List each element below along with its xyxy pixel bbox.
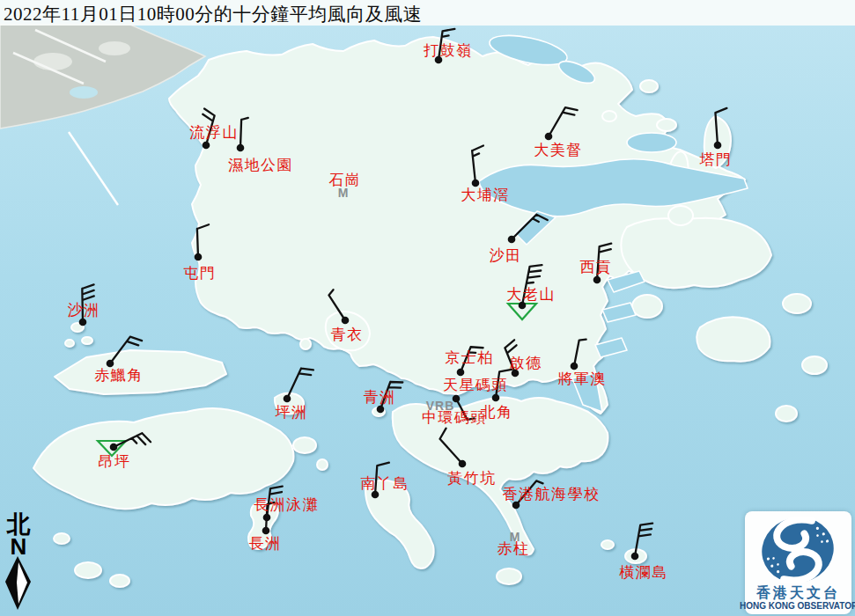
wind-barb — [203, 109, 214, 145]
station-symbols-layer — [0, 0, 855, 616]
station-dot — [714, 142, 722, 150]
wind-barb — [375, 463, 389, 495]
wind-barb — [197, 224, 209, 257]
station-dot — [453, 395, 461, 403]
wind-barb — [380, 382, 402, 409]
station-dot — [492, 394, 500, 402]
station-dot — [284, 395, 291, 403]
station-dot — [512, 370, 520, 378]
station-dot — [571, 363, 579, 370]
station-dot — [545, 133, 553, 141]
wind-barb — [456, 399, 475, 420]
station-dot — [195, 253, 203, 261]
station-dot — [435, 56, 443, 64]
title-bar: 2022年11月01日10時00分的十分鐘平均風向及風速 — [0, 0, 855, 26]
station-dot — [79, 319, 87, 326]
wind-barb — [549, 107, 578, 136]
hko-emblem-icon — [745, 511, 851, 587]
station-dot — [262, 527, 270, 535]
station-dot — [342, 317, 350, 325]
wind-map-app: 打鼓嶺流浮山濕地公園大美督塔門石崗M大埔滘沙田屯門西貢沙洲大老山青衣赤鱲角京士柏… — [0, 0, 855, 616]
station-dot — [457, 369, 465, 377]
station-dot — [593, 276, 601, 284]
wind-barb — [574, 340, 586, 366]
wind-barb — [472, 146, 483, 183]
station-dot — [107, 360, 114, 368]
wind-barb — [496, 370, 512, 398]
wind-barb — [505, 340, 516, 373]
wind-barb — [597, 244, 611, 280]
hko-name-english: HONG KONG OBSERVATORY — [740, 602, 855, 611]
station-dot — [459, 460, 467, 468]
map-title: 2022年11月01日10時00分的十分鐘平均風向及風速 — [4, 2, 422, 26]
station-dot — [512, 502, 520, 510]
wind-barb — [110, 337, 142, 363]
wind-barb — [516, 480, 543, 505]
wind-barb — [439, 29, 454, 60]
station-dot — [203, 142, 210, 150]
wind-barb — [512, 215, 548, 239]
wind-barb — [715, 108, 726, 145]
compass: 北 N — [2, 512, 35, 614]
station-dot — [237, 144, 245, 152]
station-dot — [631, 553, 639, 561]
wind-barb — [328, 290, 345, 320]
station-dot — [110, 444, 118, 451]
wind-barb — [240, 118, 248, 148]
north-label-n: N — [2, 537, 35, 556]
station-dot — [377, 406, 385, 414]
station-dot — [472, 180, 480, 187]
wind-barb — [440, 429, 462, 464]
north-arrow-icon — [4, 556, 33, 611]
station-dot — [372, 491, 380, 499]
station-dot — [508, 236, 516, 244]
station-dot — [519, 302, 527, 310]
wind-barb — [287, 369, 313, 399]
wind-barb — [461, 347, 483, 372]
wind-barb — [82, 284, 93, 322]
wind-barb — [522, 265, 542, 305]
hko-name-chinese: 香港天文台 — [745, 586, 851, 600]
wind-barb — [635, 524, 652, 556]
hko-logo: 香港天文台 HONG KONG OBSERVATORY — [745, 511, 851, 614]
